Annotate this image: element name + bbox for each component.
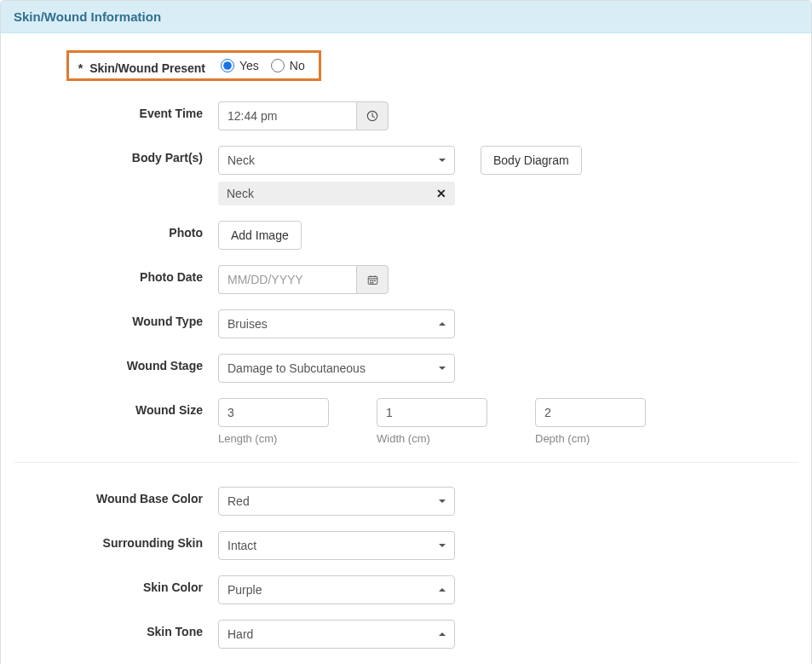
svg-rect-7 bbox=[374, 280, 376, 281]
svg-rect-6 bbox=[371, 280, 373, 281]
event-time-label: Event Time bbox=[14, 101, 218, 120]
body-part-tag: Neck ✕ bbox=[218, 182, 455, 205]
present-highlight: * Skin/Wound Present Yes No bbox=[66, 50, 321, 81]
present-yes-radio[interactable] bbox=[221, 59, 234, 72]
surrounding-skin-row: Surrounding Skin Intact bbox=[14, 531, 798, 560]
present-yes-label[interactable]: Yes bbox=[239, 59, 259, 72]
photo-date-input[interactable] bbox=[218, 265, 356, 294]
clock-icon bbox=[366, 110, 378, 122]
photo-label: Photo bbox=[14, 221, 218, 240]
skin-tone-row: Skin Tone Hard bbox=[14, 620, 798, 649]
body-parts-value: Neck bbox=[227, 153, 255, 167]
base-color-label: Wound Base Color bbox=[14, 487, 218, 505]
skin-color-row: Skin Color Purple bbox=[14, 575, 798, 604]
svg-rect-8 bbox=[370, 281, 371, 283]
chevron-up-icon bbox=[439, 632, 446, 636]
photo-date-label: Photo Date bbox=[14, 265, 218, 284]
skin-tone-select[interactable]: Hard bbox=[218, 620, 455, 649]
body-parts-label: Body Part(s) bbox=[14, 146, 218, 165]
chevron-up-icon bbox=[439, 322, 446, 326]
body-diagram-button[interactable]: Body Diagram bbox=[481, 146, 582, 175]
wound-size-row: Wound Size Length (cm) Width (cm) Depth … bbox=[14, 398, 798, 445]
required-marker: * bbox=[78, 61, 83, 75]
wound-length-input[interactable] bbox=[218, 398, 329, 427]
body-part-tag-text: Neck bbox=[227, 187, 254, 200]
wound-width-input[interactable] bbox=[377, 398, 487, 427]
event-time-row: Event Time bbox=[14, 101, 798, 130]
svg-rect-9 bbox=[371, 281, 373, 283]
surrounding-skin-value: Intact bbox=[227, 539, 256, 552]
wound-length-sublabel: Length (cm) bbox=[218, 432, 329, 445]
wound-size-label: Wound Size bbox=[14, 398, 218, 417]
chevron-down-icon bbox=[439, 499, 446, 503]
wound-type-select[interactable]: Bruises bbox=[218, 309, 455, 338]
chevron-down-icon bbox=[439, 367, 446, 370]
svg-rect-5 bbox=[370, 280, 371, 281]
section-divider bbox=[14, 462, 798, 463]
photo-date-group bbox=[218, 265, 389, 294]
surrounding-skin-select[interactable]: Intact bbox=[218, 531, 455, 560]
event-time-input[interactable] bbox=[218, 101, 356, 130]
wound-depth-input[interactable] bbox=[535, 398, 646, 427]
skin-wound-panel: Skin/Wound Information * Skin/Wound Pres… bbox=[0, 0, 812, 664]
photo-row: Photo Add Image bbox=[14, 221, 798, 250]
panel-title: Skin/Wound Information bbox=[1, 1, 811, 33]
skin-color-value: Purple bbox=[227, 583, 262, 597]
chevron-down-icon bbox=[439, 159, 446, 162]
calendar-icon bbox=[367, 274, 378, 286]
present-label-text: Skin/Wound Present bbox=[89, 61, 205, 75]
wound-width-sublabel: Width (cm) bbox=[377, 432, 487, 445]
add-image-button[interactable]: Add Image bbox=[218, 221, 302, 250]
wound-stage-select[interactable]: Damage to Subcutaneous bbox=[218, 354, 455, 383]
skin-color-label: Skin Color bbox=[14, 575, 218, 594]
body-parts-row: Body Part(s) Neck Body Diagram Neck ✕ bbox=[14, 146, 798, 205]
present-label: * Skin/Wound Present bbox=[69, 56, 221, 75]
calendar-button[interactable] bbox=[356, 265, 389, 294]
photo-date-row: Photo Date bbox=[14, 265, 798, 294]
panel-body: * Skin/Wound Present Yes No Event Time bbox=[1, 33, 811, 664]
base-color-select[interactable]: Red bbox=[218, 487, 455, 516]
base-color-row: Wound Base Color Red bbox=[14, 487, 798, 516]
skin-tone-value: Hard bbox=[227, 627, 253, 641]
body-parts-select[interactable]: Neck bbox=[218, 146, 455, 175]
present-no-label[interactable]: No bbox=[290, 59, 305, 72]
clock-button[interactable] bbox=[356, 101, 389, 130]
wound-type-label: Wound Type bbox=[14, 309, 218, 328]
base-color-value: Red bbox=[227, 494, 250, 508]
wound-stage-value: Damage to Subcutaneous bbox=[227, 361, 366, 375]
chevron-up-icon bbox=[439, 588, 446, 592]
wound-depth-sublabel: Depth (cm) bbox=[535, 432, 646, 445]
skin-color-select[interactable]: Purple bbox=[218, 575, 455, 604]
skin-tone-label: Skin Tone bbox=[14, 620, 218, 638]
wound-type-value: Bruises bbox=[227, 317, 268, 331]
present-no-radio[interactable] bbox=[271, 59, 285, 72]
event-time-group bbox=[218, 101, 389, 130]
surrounding-skin-label: Surrounding Skin bbox=[14, 531, 218, 550]
wound-stage-row: Wound Stage Damage to Subcutaneous bbox=[14, 354, 798, 383]
wound-type-row: Wound Type Bruises bbox=[14, 309, 798, 338]
chevron-down-icon bbox=[439, 544, 446, 547]
remove-tag-icon[interactable]: ✕ bbox=[436, 187, 446, 200]
present-radio-group: Yes No bbox=[221, 59, 312, 72]
wound-stage-label: Wound Stage bbox=[14, 354, 218, 372]
